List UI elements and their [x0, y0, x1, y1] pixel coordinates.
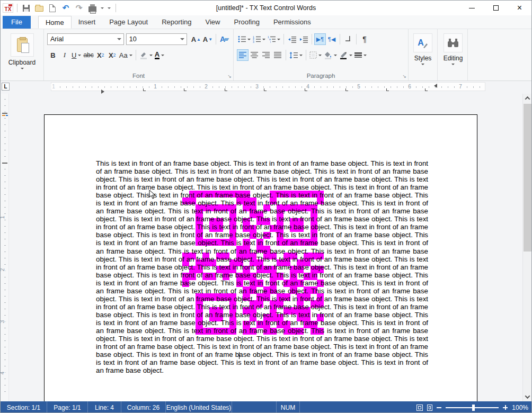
align-center-button[interactable]	[249, 49, 260, 61]
left-to-right-button[interactable]: ▶¶	[314, 33, 326, 45]
open-button[interactable]	[34, 3, 44, 13]
horizontal-ruler[interactable]: 11234567	[51, 82, 485, 91]
pencil-frame-icon	[339, 51, 348, 59]
styles-button[interactable]: A Styles	[412, 33, 434, 67]
status-english-(united-states)[interactable]: English (United States)	[166, 401, 232, 413]
vertical-scrollbar[interactable]	[522, 94, 531, 401]
status-num[interactable]: NUM	[277, 401, 300, 413]
status-empty[interactable]	[232, 401, 277, 413]
zoom-slider[interactable]	[446, 407, 499, 408]
save-button[interactable]	[21, 3, 31, 13]
font-color-button[interactable]: A	[154, 49, 165, 61]
borders-button[interactable]	[308, 49, 323, 61]
maximize-icon	[493, 5, 499, 11]
scroll-up-button[interactable]	[523, 94, 531, 103]
tab-stop-marker[interactable]	[264, 88, 267, 91]
app-window: TX ↶ ↷ [untitled]* - TX Text Control Wor…	[0, 0, 532, 413]
undo-button[interactable]: ↶	[61, 3, 70, 13]
editing-label: Editing	[444, 55, 463, 62]
editing-button[interactable]: Editing	[441, 33, 465, 67]
shading-button[interactable]	[323, 49, 338, 61]
tab-proofing[interactable]: Proofing	[227, 16, 267, 29]
superscript-button[interactable]: X2	[107, 49, 118, 61]
divider	[136, 50, 136, 60]
bullet-list-button[interactable]	[237, 33, 252, 45]
line-spacing-button[interactable]	[288, 49, 304, 61]
redo-button[interactable]: ↷	[74, 3, 84, 13]
strikethrough-button[interactable]: abc	[82, 49, 94, 61]
multilevel-list-button[interactable]: 1ai	[267, 33, 281, 45]
fit-window-icon[interactable]	[416, 405, 423, 411]
tab-insert[interactable]: Insert	[72, 16, 103, 29]
subscript-button[interactable]: X2	[95, 49, 107, 61]
print-button[interactable]	[87, 3, 97, 13]
text-frame-button[interactable]	[338, 49, 353, 61]
tab-file[interactable]: File	[3, 16, 31, 29]
shrink-font-button[interactable]: A▼	[202, 33, 214, 45]
tab-stop-marker[interactable]	[425, 88, 428, 91]
right-to-left-button[interactable]: ¶◀	[326, 33, 338, 45]
zoom-slider-thumb[interactable]	[472, 405, 475, 411]
italic-button[interactable]: I	[59, 49, 70, 61]
tab-stop-marker[interactable]	[305, 88, 307, 91]
minimize-button[interactable]	[460, 1, 484, 15]
chevron-down-icon	[149, 55, 153, 58]
decrease-indent-button[interactable]	[286, 33, 298, 45]
tab-stop-marker[interactable]	[345, 88, 348, 91]
clipboard-button[interactable]: Clipboard	[7, 33, 37, 71]
tab-home[interactable]: Home	[38, 16, 72, 29]
formatting-marks-button[interactable]: ¶	[359, 33, 370, 45]
clear-formatting-button[interactable]: A	[218, 33, 230, 45]
right-indent-marker[interactable]	[432, 84, 437, 88]
svg-text:3: 3	[253, 40, 254, 43]
tab-selector-button[interactable]: L	[2, 83, 10, 91]
tab-page-layout[interactable]: Page Layout	[102, 16, 155, 29]
tab-stop-marker[interactable]	[386, 88, 389, 91]
status-section[interactable]: Section: 1/1	[1, 401, 47, 413]
zoom-out-button[interactable]	[437, 407, 441, 408]
ruler-number: 3	[254, 84, 260, 89]
align-left-button[interactable]	[237, 49, 249, 61]
tab-reporting[interactable]: Reporting	[155, 16, 198, 29]
print-dropdown-arrow-icon[interactable]	[101, 7, 104, 11]
chevron-down-icon	[78, 55, 81, 58]
tab-stop-marker[interactable]	[184, 88, 187, 91]
left-indent-marker[interactable]	[101, 89, 107, 94]
zoom-in-button[interactable]	[503, 405, 508, 410]
new-document-button[interactable]	[48, 3, 57, 13]
underline-button[interactable]: U	[70, 49, 82, 61]
status-bar: Section: 1/1Page: 1/1Line: 4Column: 26En…	[1, 401, 531, 413]
status-page[interactable]: Page: 1/1	[47, 401, 88, 413]
close-button[interactable]: ×	[508, 1, 531, 15]
tab-stop-marker[interactable]	[143, 88, 146, 91]
justify-button[interactable]	[272, 49, 283, 61]
scroll-down-button[interactable]	[523, 392, 531, 401]
align-right-button[interactable]	[260, 49, 272, 61]
text-break-button[interactable]	[342, 33, 354, 45]
vertical-ruler[interactable]: 1234	[1, 94, 9, 401]
bold-button[interactable]: B	[47, 49, 59, 61]
margin-marker-blue	[6, 115, 8, 116]
font-dialog-launcher-icon[interactable]: ↘	[227, 74, 232, 79]
font-size-combo[interactable]: 10	[126, 33, 187, 45]
status-line[interactable]: Line: 4	[88, 401, 121, 413]
tab-permissions[interactable]: Permissions	[267, 16, 318, 29]
increase-indent-button[interactable]	[298, 33, 309, 45]
change-case-button[interactable]: Aa	[118, 49, 134, 61]
fit-page-icon[interactable]	[427, 405, 432, 411]
document-text[interactable]: This is text in front of an frame base o…	[96, 159, 428, 374]
numbered-list-button[interactable]: 123	[252, 33, 267, 45]
status-column[interactable]: Column: 26	[121, 401, 166, 413]
tab-view[interactable]: View	[199, 16, 227, 29]
scrollbar-thumb[interactable]	[524, 104, 531, 252]
document-page[interactable]: This is text in front of an frame base o…	[44, 114, 477, 401]
qat-customize-dropdown-icon[interactable]	[108, 7, 111, 11]
tab-stop-marker[interactable]	[225, 88, 227, 91]
paragraph-dialog-launcher-icon[interactable]: ↘	[402, 74, 406, 79]
chevron-down-icon	[129, 55, 132, 58]
font-name-combo[interactable]: Arial	[47, 33, 124, 45]
maximize-button[interactable]	[484, 1, 508, 15]
grow-font-button[interactable]: A▲	[190, 33, 202, 45]
highlight-button[interactable]	[138, 49, 154, 61]
line-style-button[interactable]	[353, 49, 368, 61]
